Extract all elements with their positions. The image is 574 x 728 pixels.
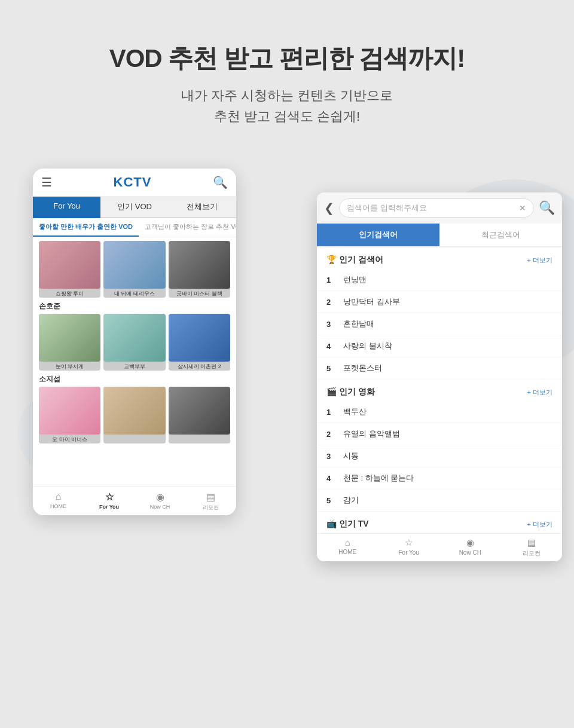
rank-2: 2	[326, 298, 336, 307]
movie-rank-1: 1	[326, 408, 336, 417]
thumb-so2[interactable]	[103, 387, 165, 443]
search-nav-for-you[interactable]: ☆ For You	[378, 537, 440, 558]
home-icon: ⌂	[33, 491, 84, 502]
nav-remote[interactable]: ▤ 리모컨	[185, 487, 236, 515]
hamburger-icon[interactable]: ☰	[41, 175, 52, 189]
tv-icon: 📺	[326, 519, 339, 528]
nav-home-label: HOME	[50, 503, 66, 509]
popular-movie-title: 🎬 인기 영화	[326, 387, 375, 397]
popular-search-more[interactable]: + 더보기	[527, 256, 552, 265]
nav-now-ch[interactable]: ◉ Now CH	[135, 487, 185, 515]
thumb-goodbye-mr-black[interactable]: 굿바이 미스터 블랙	[169, 241, 230, 298]
search-bar: ❮ 검색어를 입력해주세요 ✕ 🔍	[317, 192, 562, 224]
mockup-area: ☰ KCTV 🔍 For You 인기 VOD 전체보기 좋아할 만한 배우가 …	[0, 157, 574, 545]
label-romantic-doctor: 낭만닥터 김사부	[343, 296, 400, 307]
sub-tab-bar: 좋아할 만한 배우가 출연한 VOD 고객님이 좋아하는 장르 추천 VOD 최…	[33, 218, 236, 237]
thumb-behind-me[interactable]: 내 뒤에 테리우스	[103, 241, 165, 298]
search-item-3[interactable]: 3 흔한남매	[317, 313, 562, 335]
nav-for-you[interactable]: ☆ For You	[84, 487, 135, 515]
movie-item-4[interactable]: 4 천문 : 하늘에 묻는다	[317, 467, 562, 490]
thumb-go-back-couple[interactable]: 고백부부	[103, 314, 165, 371]
subtitle-line1: 내가 자주 시청하는 컨텐츠 기반으로	[181, 88, 393, 103]
movie-rank-2: 2	[326, 430, 336, 439]
search-for-you-icon: ☆	[378, 537, 440, 548]
thumb-label-three-meals: 삼시세끼 어촌편 2	[169, 363, 230, 371]
trophy-icon: 🏆	[326, 255, 339, 264]
page-title: VOD 추천 받고 편리한 검색까지!	[0, 42, 574, 75]
movie-rank-4: 4	[326, 474, 336, 483]
search-item-2[interactable]: 2 낭만닥터 김사부	[317, 291, 562, 313]
movie-icon: 🎬	[326, 387, 339, 396]
rank-1: 1	[326, 276, 336, 285]
popular-search-title: 🏆 인기 검색어	[326, 255, 383, 265]
thumb-dazzling[interactable]: 눈이 부시게	[39, 314, 100, 371]
main-tab-bar: For You 인기 VOD 전체보기	[33, 197, 236, 218]
movie-rank-3: 3	[326, 452, 336, 461]
search-bottom-nav: ⌂ HOME ☆ For You ◉ Now CH ▤ 리모컨	[317, 533, 562, 561]
movie-item-3[interactable]: 3 시동	[317, 445, 562, 467]
thumb-oh-my-venus[interactable]: 오 마이 비너스	[39, 387, 100, 443]
movie-rank-5: 5	[326, 496, 336, 505]
nav-for-you-label: For You	[99, 504, 119, 510]
search-item-4[interactable]: 4 사랑의 불시착	[317, 335, 562, 357]
popular-tv-more[interactable]: + 더보기	[527, 520, 552, 529]
popular-tv-title: 📺 인기 TV	[326, 519, 369, 530]
tab-recent-search[interactable]: 최근검색어	[439, 224, 562, 246]
sub-tab-genre[interactable]: 고객님이 좋아하는 장르 추천 VOD	[139, 218, 236, 237]
label-yuul: 유열의 음악앨범	[343, 429, 400, 439]
thumb-shopping-king[interactable]: 쇼핑왕 루이	[39, 241, 100, 298]
search-nav-for-you-label: For You	[399, 549, 419, 556]
thumb-label-venus: 오 마이 비너스	[39, 436, 100, 443]
search-nav-home[interactable]: ⌂ HOME	[317, 537, 378, 558]
label-sidong: 시동	[343, 451, 359, 461]
nav-home[interactable]: ⌂ HOME	[33, 487, 84, 515]
search-input[interactable]: 검색어를 입력해주세요	[347, 203, 515, 213]
nav-remote-label: 리모컨	[203, 504, 219, 510]
remote-icon: ▤	[185, 491, 236, 503]
content-grid-son: 눈이 부시게 고백부부 삼시세끼 어촌편 2	[39, 314, 230, 371]
popular-tv-header: 📺 인기 TV + 더보기	[317, 512, 562, 533]
tab-all[interactable]: 전체보기	[169, 197, 236, 218]
label-pokemon: 포켓몬스터	[343, 363, 382, 374]
tab-for-you[interactable]: For You	[33, 197, 100, 218]
search-now-ch-icon: ◉	[439, 537, 501, 548]
phone-bottom-nav: ⌂ HOME ☆ For You ◉ Now CH ▤ 리모컨	[33, 486, 236, 515]
search-clear-icon[interactable]: ✕	[519, 203, 526, 213]
search-nav-now-ch[interactable]: ◉ Now CH	[439, 537, 501, 558]
thumb-label-2: 굿바이 미스터 블랙	[169, 290, 230, 298]
search-item-5[interactable]: 5 포켓몬스터	[317, 357, 562, 380]
content-grid-so: 오 마이 비너스	[39, 387, 230, 443]
phone-content: 쇼핑왕 루이 내 뒤에 테리우스 굿바이 미스터 블랙 손호준 눈	[33, 237, 236, 506]
movie-item-1[interactable]: 1 백두산	[317, 401, 562, 423]
search-nav-remote-label: 리모컨	[523, 550, 541, 556]
tab-popular-vod[interactable]: 인기 VOD	[100, 197, 168, 218]
popular-movie-more[interactable]: + 더보기	[527, 388, 552, 397]
search-submit-button[interactable]: 🔍	[539, 200, 555, 216]
phone-header: ☰ KCTV 🔍	[33, 169, 236, 197]
thumb-label-0: 쇼핑왕 루이	[39, 290, 100, 298]
now-ch-icon: ◉	[135, 491, 185, 503]
sub-tab-actor[interactable]: 좋아할 만한 배우가 출연한 VOD	[33, 218, 139, 237]
search-nav-remote[interactable]: ▤ 리모컨	[501, 537, 563, 558]
rank-4: 4	[326, 342, 336, 351]
label-ordinary-brothers: 흔한남매	[343, 319, 374, 329]
popular-movie-header: 🎬 인기 영화 + 더보기	[317, 380, 562, 401]
search-item-1[interactable]: 1 런닝맨	[317, 269, 562, 291]
movie-item-5[interactable]: 5 감기	[317, 490, 562, 512]
search-nav-home-label: HOME	[338, 549, 356, 555]
label-baekdusan: 백두산	[343, 406, 367, 417]
thumb-three-meals[interactable]: 삼시세끼 어촌편 2	[169, 314, 230, 371]
thumb-so3[interactable]	[169, 387, 230, 443]
search-remote-icon: ▤	[501, 537, 563, 548]
page-subtitle: 내가 자주 시청하는 컨텐츠 기반으로 추천 받고 검색도 손쉽게!	[0, 85, 574, 127]
search-nav-now-ch-label: Now CH	[459, 549, 481, 556]
label-cold: 감기	[343, 495, 359, 506]
search-input-area: 검색어를 입력해주세요 ✕	[339, 198, 534, 218]
search-back-button[interactable]: ❮	[324, 201, 334, 215]
label-cheonmun: 천문 : 하늘에 묻는다	[343, 473, 414, 484]
label-running-man: 런닝맨	[343, 274, 367, 285]
tab-popular-search[interactable]: 인기검색어	[317, 224, 439, 246]
actor-section-0: 쇼핑왕 루이 내 뒤에 테리우스 굿바이 미스터 블랙 손호준 눈	[39, 241, 230, 371]
movie-item-2[interactable]: 2 유열의 음악앨범	[317, 423, 562, 445]
header-search-icon[interactable]: 🔍	[213, 175, 228, 189]
